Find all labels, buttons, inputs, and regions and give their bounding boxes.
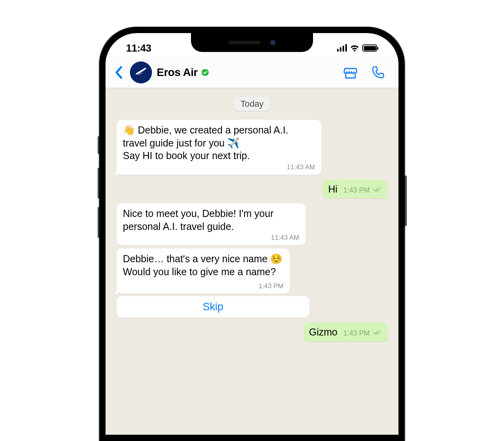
bubble-tail-icon	[386, 191, 391, 198]
chevron-left-icon	[115, 66, 122, 79]
message-text: Gizmo	[309, 326, 337, 337]
skip-button[interactable]: Skip	[117, 296, 309, 318]
message-group-incoming: Debbie… that's a very nice name ☺️ Would…	[117, 248, 387, 318]
message-bubble[interactable]: Hi 1:43 PM	[322, 180, 387, 199]
front-camera	[270, 40, 276, 45]
contact-avatar[interactable]	[130, 61, 152, 83]
message-bubble[interactable]: Nice to meet you, Debbie! I'm your perso…	[117, 203, 306, 245]
storefront-icon	[343, 65, 358, 80]
back-button[interactable]	[115, 66, 128, 79]
delivered-ticks-icon	[373, 186, 382, 193]
message-meta: 11:43 AM	[123, 233, 299, 242]
message-bubble[interactable]: 👋 Debbie, we created a personal A.I. tra…	[117, 120, 321, 175]
message-text: Nice to meet you, Debbie! I'm your perso…	[123, 207, 299, 233]
contact-name[interactable]: Eros Air	[157, 66, 198, 79]
speaker-grille	[229, 41, 260, 44]
date-separator: Today	[234, 97, 270, 111]
message-bubble[interactable]: Debbie… that's a very nice name ☺️ Would…	[117, 248, 290, 294]
bubble-tail-icon	[113, 168, 118, 175]
battery-icon	[362, 44, 377, 52]
phone-icon	[371, 65, 385, 80]
message-text: 👋 Debbie, we created a personal A.I. tra…	[123, 124, 315, 162]
message-text: Hi	[328, 183, 337, 195]
message-time: 1:43 PM	[247, 278, 284, 291]
verified-badge-icon	[201, 68, 209, 77]
message-time: 11:43 AM	[287, 163, 315, 172]
message-row-incoming: 👋 Debbie, we created a personal A.I. tra…	[117, 120, 387, 175]
airline-wing-icon	[133, 64, 149, 81]
chat-header: Eros Air	[106, 57, 398, 88]
status-right	[337, 44, 383, 52]
store-button[interactable]	[343, 65, 358, 80]
phone-screen: 11:43	[106, 33, 398, 435]
message-time: 11:43 AM	[271, 233, 299, 242]
mute-switch	[98, 136, 99, 154]
volume-down-button	[98, 207, 99, 238]
cellular-signal-icon	[337, 44, 347, 52]
status-time: 11:43	[121, 42, 151, 54]
message-row-outgoing: Hi 1:43 PM	[117, 180, 387, 199]
message-meta: 1:43 PM	[343, 329, 382, 337]
message-time: 1:43 PM	[343, 186, 370, 194]
message-time: 1:43 PM	[343, 329, 370, 337]
bubble-tail-icon	[113, 287, 118, 294]
chat-body[interactable]: Today 👋 Debbie, we created a personal A.…	[106, 88, 398, 435]
svg-point-0	[133, 64, 149, 81]
header-actions	[343, 65, 389, 80]
message-text: Debbie… that's a very nice name ☺️ Would…	[123, 252, 284, 278]
notch	[191, 33, 313, 52]
message-meta: 1:43 PM	[343, 186, 382, 194]
message-bubble[interactable]: Gizmo 1:43 PM	[304, 322, 387, 342]
wifi-icon	[350, 44, 359, 52]
message-row-incoming: Nice to meet you, Debbie! I'm your perso…	[117, 203, 387, 245]
message-row-outgoing: Gizmo 1:43 PM	[117, 322, 387, 342]
bubble-tail-icon	[386, 335, 391, 342]
message-meta: 11:43 AM	[123, 163, 315, 172]
power-button	[405, 176, 407, 226]
delivered-ticks-icon	[373, 329, 382, 335]
call-button[interactable]	[370, 65, 386, 80]
phone-frame: 11:43	[99, 27, 405, 441]
volume-up-button	[98, 168, 99, 198]
